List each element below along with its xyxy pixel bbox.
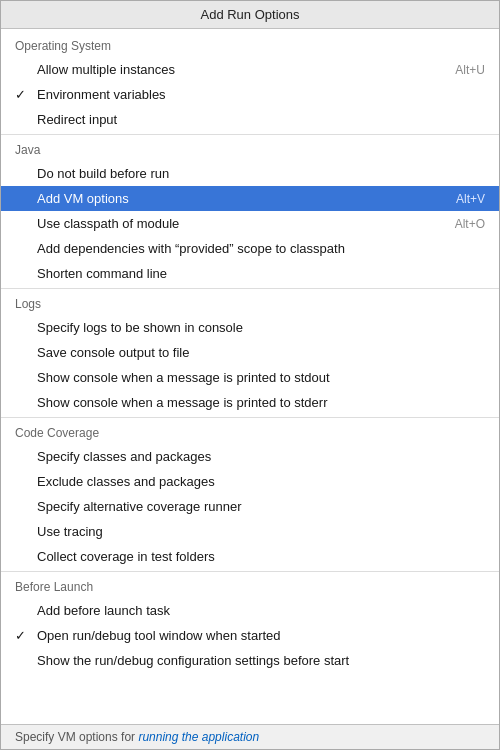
section-header-before-launch: Before Launch bbox=[1, 571, 499, 598]
title-bar: Add Run Options bbox=[1, 1, 499, 29]
item-label-environment-variables: Environment variables bbox=[37, 87, 166, 102]
dialog: Add Run Options Operating SystemAllow mu… bbox=[0, 0, 500, 750]
menu-item-environment-variables[interactable]: ✓Environment variables bbox=[1, 82, 499, 107]
item-label-show-run-debug: Show the run/debug configuration setting… bbox=[37, 653, 349, 668]
menu-item-specify-classes[interactable]: Specify classes and packages bbox=[1, 444, 499, 469]
menu-item-redirect-input[interactable]: Redirect input bbox=[1, 107, 499, 132]
section-header-code-coverage: Code Coverage bbox=[1, 417, 499, 444]
item-label-show-console-stdout: Show console when a message is printed t… bbox=[37, 370, 330, 385]
menu-item-specify-alternative[interactable]: Specify alternative coverage runner bbox=[1, 494, 499, 519]
section-header-operating-system: Operating System bbox=[1, 31, 499, 57]
item-label-specify-logs: Specify logs to be shown in console bbox=[37, 320, 243, 335]
menu-item-save-console[interactable]: Save console output to file bbox=[1, 340, 499, 365]
section-header-logs: Logs bbox=[1, 288, 499, 315]
item-label-add-dependencies: Add dependencies with “provided” scope t… bbox=[37, 241, 345, 256]
item-label-use-tracing: Use tracing bbox=[37, 524, 103, 539]
menu-item-show-run-debug[interactable]: Show the run/debug configuration setting… bbox=[1, 648, 499, 673]
menu-item-specify-logs[interactable]: Specify logs to be shown in console bbox=[1, 315, 499, 340]
menu-item-collect-coverage[interactable]: Collect coverage in test folders bbox=[1, 544, 499, 569]
item-label-show-console-stderr: Show console when a message is printed t… bbox=[37, 395, 328, 410]
item-label-save-console: Save console output to file bbox=[37, 345, 190, 360]
checkmark-environment-variables: ✓ bbox=[15, 87, 26, 102]
section-header-java: Java bbox=[1, 134, 499, 161]
dialog-title: Add Run Options bbox=[200, 7, 299, 22]
item-label-redirect-input: Redirect input bbox=[37, 112, 117, 127]
shortcut-use-classpath: Alt+O bbox=[435, 217, 485, 231]
menu-item-use-classpath[interactable]: Use classpath of moduleAlt+O bbox=[1, 211, 499, 236]
menu-item-open-run-debug[interactable]: ✓Open run/debug tool window when started bbox=[1, 623, 499, 648]
shortcut-add-vm-options: Alt+V bbox=[436, 192, 485, 206]
item-label-add-before-launch: Add before launch task bbox=[37, 603, 170, 618]
menu-item-exclude-classes[interactable]: Exclude classes and packages bbox=[1, 469, 499, 494]
item-label-allow-multiple-instances: Allow multiple instances bbox=[37, 62, 175, 77]
checkmark-open-run-debug: ✓ bbox=[15, 628, 26, 643]
item-label-add-vm-options: Add VM options bbox=[37, 191, 129, 206]
menu-item-add-dependencies[interactable]: Add dependencies with “provided” scope t… bbox=[1, 236, 499, 261]
menu-item-allow-multiple-instances[interactable]: Allow multiple instancesAlt+U bbox=[1, 57, 499, 82]
status-text-before: Specify VM options for bbox=[15, 730, 138, 744]
menu-item-shorten-command[interactable]: Shorten command line bbox=[1, 261, 499, 286]
item-label-use-classpath: Use classpath of module bbox=[37, 216, 179, 231]
item-label-collect-coverage: Collect coverage in test folders bbox=[37, 549, 215, 564]
item-label-specify-alternative: Specify alternative coverage runner bbox=[37, 499, 242, 514]
item-label-specify-classes: Specify classes and packages bbox=[37, 449, 211, 464]
item-label-shorten-command: Shorten command line bbox=[37, 266, 167, 281]
menu-item-add-vm-options[interactable]: Add VM optionsAlt+V bbox=[1, 186, 499, 211]
menu-item-show-console-stdout[interactable]: Show console when a message is printed t… bbox=[1, 365, 499, 390]
menu-item-use-tracing[interactable]: Use tracing bbox=[1, 519, 499, 544]
menu-item-do-not-build[interactable]: Do not build before run bbox=[1, 161, 499, 186]
menu-item-add-before-launch[interactable]: Add before launch task bbox=[1, 598, 499, 623]
item-label-open-run-debug: Open run/debug tool window when started bbox=[37, 628, 281, 643]
status-highlight: running the application bbox=[138, 730, 259, 744]
item-label-do-not-build: Do not build before run bbox=[37, 166, 169, 181]
menu-item-show-console-stderr[interactable]: Show console when a message is printed t… bbox=[1, 390, 499, 415]
shortcut-allow-multiple-instances: Alt+U bbox=[435, 63, 485, 77]
status-bar: Specify VM options for running the appli… bbox=[1, 724, 499, 749]
item-label-exclude-classes: Exclude classes and packages bbox=[37, 474, 215, 489]
content-area: Operating SystemAllow multiple instances… bbox=[1, 29, 499, 724]
